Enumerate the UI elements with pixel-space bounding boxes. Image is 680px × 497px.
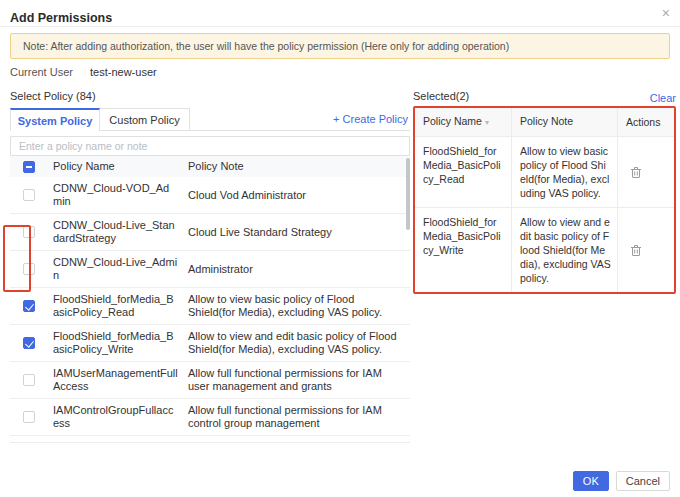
policy-row[interactable]: FloodShield_forMedia_BasicPolicy_Read Al… [10, 288, 410, 325]
ok-button[interactable]: OK [573, 471, 609, 491]
create-policy-link[interactable]: + Create Policy [333, 113, 410, 125]
policy-search-input[interactable] [10, 136, 410, 156]
selected-row: FloodShield_forMedia_BasicPolicy_Write A… [415, 207, 674, 292]
policy-name: IAMFullAccess [48, 436, 182, 443]
note-banner: Note: After adding authorization, the us… [10, 33, 670, 59]
selected-policy-note: Allow to view and edit basic policy of F… [512, 208, 618, 292]
policy-note: Administrator [182, 258, 410, 281]
select-all-checkbox[interactable] [23, 161, 35, 173]
policy-name: FloodShield_forMedia_BasicPolicy_Write [48, 325, 182, 361]
modal-header: Add Permissions × [0, 0, 680, 27]
col-policy-note: Policy Note [182, 160, 410, 173]
selected-policy-name: FloodShield_forMedia_BasicPolicy_Read [415, 137, 512, 207]
selected-policy-note: Allow to view basic policy of Flood Shie… [512, 137, 618, 207]
current-user-label: Current User [10, 66, 73, 78]
add-permissions-modal: Add Permissions × Note: After adding aut… [0, 0, 680, 497]
policy-name: FloodShield_forMedia_BasicPolicy_Read [48, 288, 182, 324]
col-policy-name: Policy Name [48, 160, 182, 173]
close-icon[interactable]: × [662, 6, 670, 20]
policy-row[interactable]: CDNW_Cloud-Live_Admin Administrator [10, 251, 410, 288]
policy-row[interactable]: CDNW_Cloud-VOD_Admin Cloud Vod Administr… [10, 177, 410, 214]
tab-system-policy[interactable]: System Policy [10, 108, 100, 131]
row-checkbox[interactable] [23, 300, 35, 312]
policy-tabbar: System Policy Custom Policy + Create Pol… [10, 108, 410, 131]
select-policy-title: Select Policy (84) [10, 90, 410, 106]
col-selected-actions: Actions [618, 108, 674, 136]
selected-title: Selected(2) [413, 90, 469, 106]
selected-panel: Selected(2) Clear Policy Name▾ Policy No… [413, 90, 676, 294]
row-checkbox[interactable] [23, 226, 35, 238]
cancel-button[interactable]: Cancel [616, 471, 670, 491]
policy-row[interactable]: IAMFullAccess Allow full functional perm… [10, 436, 410, 443]
modal-title: Add Permissions [10, 11, 112, 25]
policy-name: IAMUserManagementFullAccess [48, 362, 182, 398]
select-policy-panel: Select Policy (84) System Policy Custom … [10, 90, 410, 443]
note-text: Note: After adding authorization, the us… [23, 40, 509, 52]
col-selected-note: Policy Note [512, 108, 618, 136]
policy-table: Policy Name Policy Note CDNW_Cloud-VOD_A… [10, 156, 410, 443]
policy-row[interactable]: IAMUserManagementFullAccess Allow full f… [10, 362, 410, 399]
selected-table: Policy Name▾ Policy Note Actions FloodSh… [413, 106, 676, 294]
policy-table-header: Policy Name Policy Note [10, 156, 410, 177]
policy-row[interactable]: CDNW_Cloud-Live_StandardStrategy Cloud L… [10, 214, 410, 251]
policy-name: CDNW_Cloud-VOD_Admin [48, 177, 182, 213]
selected-table-header: Policy Name▾ Policy Note Actions [415, 108, 674, 136]
selected-row: FloodShield_forMedia_BasicPolicy_Read Al… [415, 136, 674, 207]
clear-link[interactable]: Clear [650, 92, 676, 104]
policy-table-body: CDNW_Cloud-VOD_Admin Cloud Vod Administr… [10, 177, 410, 443]
policy-name: CDNW_Cloud-Live_StandardStrategy [48, 214, 182, 250]
current-user-row: Current User test-new-user [10, 66, 157, 78]
row-checkbox[interactable] [23, 411, 35, 423]
row-checkbox[interactable] [23, 374, 35, 386]
row-checkbox[interactable] [23, 337, 35, 349]
policy-note: Allow full functional permissions for IA… [182, 436, 410, 443]
selected-policy-name: FloodShield_forMedia_BasicPolicy_Write [415, 208, 512, 292]
policy-note: Cloud Live Standard Strategy [182, 221, 410, 244]
policy-name: IAMControlGroupFullaccess [48, 399, 182, 435]
sort-caret-icon: ▾ [485, 118, 489, 127]
policy-name: CDNW_Cloud-Live_Admin [48, 251, 182, 287]
row-checkbox[interactable] [23, 263, 35, 275]
table-scrollbar-thumb[interactable] [406, 158, 410, 230]
col-selected-name[interactable]: Policy Name▾ [415, 108, 512, 136]
delete-icon[interactable] [630, 244, 642, 257]
row-checkbox[interactable] [23, 189, 35, 201]
tabbar-spacer: + Create Policy [190, 108, 410, 131]
tab-custom-policy[interactable]: Custom Policy [100, 108, 190, 131]
policy-note: Allow full functional permissions for IA… [182, 362, 410, 398]
policy-note: Allow to view basic policy of Flood Shie… [182, 288, 410, 324]
policy-note: Allow full functional permissions for IA… [182, 399, 410, 435]
policy-note: Cloud Vod Administrator [182, 184, 410, 207]
row-checkbox[interactable] [23, 442, 35, 444]
policy-note: Allow to view and edit basic policy of F… [182, 325, 410, 361]
footer-buttons: OK Cancel [573, 471, 670, 491]
current-user-value: test-new-user [90, 66, 157, 78]
policy-row[interactable]: FloodShield_forMedia_BasicPolicy_Write A… [10, 325, 410, 362]
policy-row[interactable]: IAMControlGroupFullaccess Allow full fun… [10, 399, 410, 436]
delete-icon[interactable] [630, 166, 642, 179]
